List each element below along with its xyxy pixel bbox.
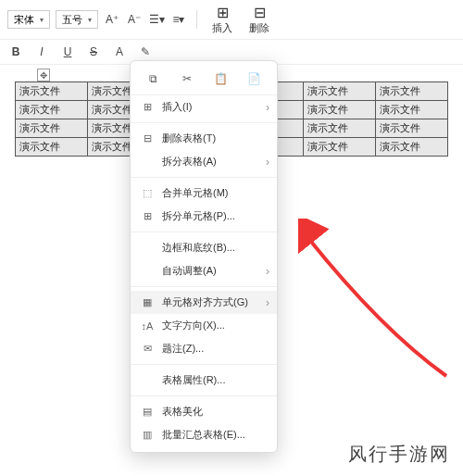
cell[interactable]: 演示文件: [376, 138, 448, 157]
font-size-value: 五号: [62, 13, 82, 27]
cell[interactable]: 演示文件: [376, 82, 448, 101]
paste-special-icon[interactable]: 📄: [246, 70, 263, 87]
cell[interactable]: 演示文件: [16, 138, 88, 157]
menu-table-beautify[interactable]: ▤ 表格美化: [131, 400, 277, 423]
beautify-icon: ▤: [140, 406, 155, 418]
strike-button[interactable]: S: [85, 44, 102, 60]
menu-label: 拆分单元格(P)...: [162, 209, 235, 223]
split-icon: ⊞: [140, 210, 155, 222]
font-name-value: 宋体: [14, 13, 34, 27]
grid-icon: ⊞: [140, 101, 155, 113]
toolbar-row-1: 宋体 ▾ 五号 ▾ A⁺ A⁻ ☰▾ ≡▾ ⊞ 插入 ⊟ 删除: [0, 0, 463, 40]
cell[interactable]: 演示文件: [304, 119, 376, 138]
menu-cell-alignment[interactable]: ▦ 单元格对齐方式(G): [131, 291, 277, 314]
underline-button[interactable]: U: [59, 44, 76, 60]
menu-text-direction[interactable]: ↕A 文字方向(X)...: [131, 314, 277, 337]
menu-separator: [131, 122, 277, 123]
caption-icon: ✉: [140, 343, 155, 355]
align-button[interactable]: ≡▾: [170, 11, 187, 28]
cell[interactable]: 演示文件: [304, 138, 376, 157]
cut-icon[interactable]: ✂: [179, 70, 195, 87]
menu-label: 表格美化: [162, 405, 203, 419]
menu-separator: [131, 286, 277, 287]
menu-borders-shading[interactable]: 边框和底纹(B)...: [131, 236, 277, 259]
menu-label: 自动调整(A): [162, 264, 217, 278]
insert-big-button[interactable]: ⊞ 插入: [206, 4, 238, 35]
annotation-arrow: [298, 219, 456, 385]
cell[interactable]: 演示文件: [304, 82, 376, 101]
menu-merge-cells[interactable]: ⬚ 合并单元格(M): [131, 182, 277, 205]
context-menu: ⧉ ✂ 📋 📄 ⊞ 插入(I) ⊟ 删除表格(T) 拆分表格(A) ⬚ 合并单元…: [130, 60, 278, 453]
menu-label: 批量汇总表格(E)...: [162, 428, 245, 442]
menu-label: 删除表格(T): [162, 132, 216, 145]
menu-label: 插入(I): [162, 100, 192, 114]
divider: [196, 10, 197, 29]
cell[interactable]: 演示文件: [376, 101, 448, 119]
menu-separator: [131, 364, 277, 365]
chevron-down-icon: ▾: [88, 16, 92, 24]
table-move-handle[interactable]: ✥: [37, 69, 50, 81]
cell[interactable]: 演示文件: [16, 82, 88, 101]
delete-table-icon: ⊟: [140, 132, 155, 144]
cell[interactable]: 演示文件: [16, 101, 88, 119]
cell[interactable]: 演示文件: [304, 101, 376, 119]
highlight-button[interactable]: ✎: [137, 44, 154, 60]
menu-label: 单元格对齐方式(G): [162, 295, 248, 309]
menu-table-props[interactable]: 表格属性(R)...: [131, 369, 277, 392]
bold-button[interactable]: B: [7, 44, 24, 60]
font-color-button[interactable]: A: [111, 44, 128, 60]
menu-batch-summary[interactable]: ▥ 批量汇总表格(E)...: [131, 423, 277, 446]
line-spacing-button[interactable]: ☰▾: [148, 11, 165, 28]
decrease-font-button[interactable]: A⁻: [126, 11, 143, 28]
insert-icon: ⊞: [217, 4, 229, 21]
merge-icon: ⬚: [140, 187, 155, 199]
cell[interactable]: 演示文件: [16, 119, 88, 138]
align-icon: ▦: [140, 296, 155, 308]
cell[interactable]: 演示文件: [376, 119, 448, 138]
menu-separator: [131, 232, 277, 232]
menu-label: 表格属性(R)...: [162, 373, 225, 387]
menu-separator: [131, 177, 277, 178]
paste-icon[interactable]: 📋: [212, 70, 229, 87]
menu-delete-table[interactable]: ⊟ 删除表格(T): [131, 127, 277, 150]
menu-label: 边框和底纹(B)...: [162, 241, 235, 255]
menu-insert[interactable]: ⊞ 插入(I): [131, 95, 277, 119]
menu-autofit[interactable]: 自动调整(A): [131, 259, 277, 282]
menu-split-table[interactable]: 拆分表格(A): [131, 150, 277, 173]
menu-separator: [131, 395, 277, 396]
watermark-text: 风行手游网: [348, 442, 450, 467]
menu-caption[interactable]: ✉ 题注(Z)...: [131, 337, 277, 360]
menu-label: 文字方向(X)...: [162, 319, 225, 332]
chevron-down-icon: ▾: [40, 16, 44, 24]
font-size-select[interactable]: 五号 ▾: [56, 10, 98, 29]
delete-icon: ⊟: [254, 4, 266, 21]
menu-quick-actions: ⧉ ✂ 📋 📄: [131, 67, 277, 95]
italic-button[interactable]: I: [33, 44, 50, 60]
menu-split-cells[interactable]: ⊞ 拆分单元格(P)...: [131, 205, 277, 228]
menu-label: 拆分表格(A): [162, 155, 217, 169]
text-direction-icon: ↕A: [140, 320, 155, 332]
increase-font-button[interactable]: A⁺: [104, 11, 120, 28]
font-name-select[interactable]: 宋体 ▾: [7, 10, 50, 29]
insert-label: 插入: [212, 21, 232, 35]
copy-icon[interactable]: ⧉: [144, 70, 161, 87]
delete-label: 删除: [249, 21, 269, 35]
menu-label: 合并单元格(M): [162, 186, 229, 200]
menu-label: 题注(Z)...: [162, 342, 204, 356]
batch-icon: ▥: [140, 429, 155, 441]
delete-big-button[interactable]: ⊟ 删除: [244, 4, 275, 35]
